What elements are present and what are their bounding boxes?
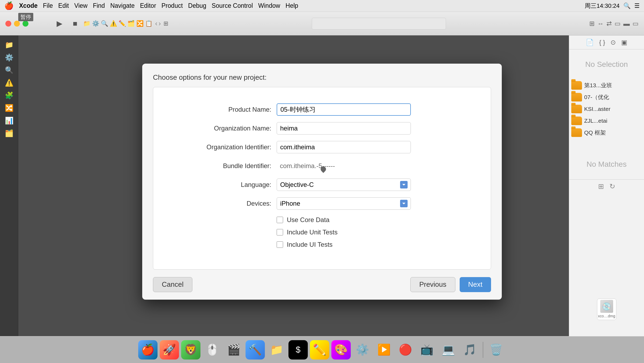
product-name-label: Product Name: xyxy=(164,106,277,113)
dialog-header: Choose options for your new project: xyxy=(142,64,502,87)
org-id-label: Organization Identifier: xyxy=(164,143,277,151)
next-button[interactable]: Next xyxy=(460,277,491,292)
dialog-overlay: Choose options for your new project: Pro… xyxy=(0,0,644,363)
include-unit-tests-checkbox[interactable] xyxy=(277,229,283,235)
bundle-id-label: Bundle Identifier: xyxy=(164,162,277,170)
product-name-row: Product Name: xyxy=(164,103,480,116)
devices-select[interactable]: iPhone xyxy=(277,197,411,210)
dialog-title: Choose options for your new project: xyxy=(153,73,266,81)
include-ui-tests-label: Include UI Tests xyxy=(287,241,332,248)
org-name-label: Organization Name: xyxy=(164,125,277,132)
dialog-content: Product Name: Organization Name: Organiz… xyxy=(153,87,491,270)
devices-label: Devices: xyxy=(164,200,277,207)
org-id-input[interactable] xyxy=(277,141,411,153)
org-name-row: Organization Name: xyxy=(164,122,480,135)
org-name-input[interactable] xyxy=(277,122,411,135)
language-select-wrapper: Objective-C xyxy=(277,179,411,191)
use-core-data-checkbox[interactable] xyxy=(277,217,283,223)
language-row: Language: Objective-C xyxy=(164,179,480,191)
include-unit-tests-row: Include Unit Tests xyxy=(164,228,480,236)
use-core-data-label: Use Core Data xyxy=(287,216,330,224)
include-ui-tests-row: Include UI Tests xyxy=(164,241,480,248)
include-ui-tests-checkbox[interactable] xyxy=(277,241,283,248)
bundle-id-value: com.itheima.-5------ xyxy=(277,160,411,172)
include-unit-tests-label: Include Unit Tests xyxy=(287,228,338,236)
devices-row: Devices: iPhone xyxy=(164,197,480,210)
new-project-dialog: Choose options for your new project: Pro… xyxy=(142,64,502,300)
footer-buttons-right: Previous Next xyxy=(410,277,491,292)
dialog-footer: Cancel Previous Next xyxy=(142,270,502,300)
previous-button[interactable]: Previous xyxy=(410,277,455,292)
use-core-data-row: Use Core Data xyxy=(164,216,480,224)
devices-select-wrapper: iPhone xyxy=(277,197,411,210)
org-id-row: Organization Identifier: xyxy=(164,141,480,153)
cancel-button[interactable]: Cancel xyxy=(153,277,192,292)
language-label: Language: xyxy=(164,181,277,188)
product-name-input[interactable] xyxy=(277,103,411,116)
language-select[interactable]: Objective-C xyxy=(277,179,411,191)
bundle-id-row: Bundle Identifier: com.itheima.-5------ xyxy=(164,160,480,172)
